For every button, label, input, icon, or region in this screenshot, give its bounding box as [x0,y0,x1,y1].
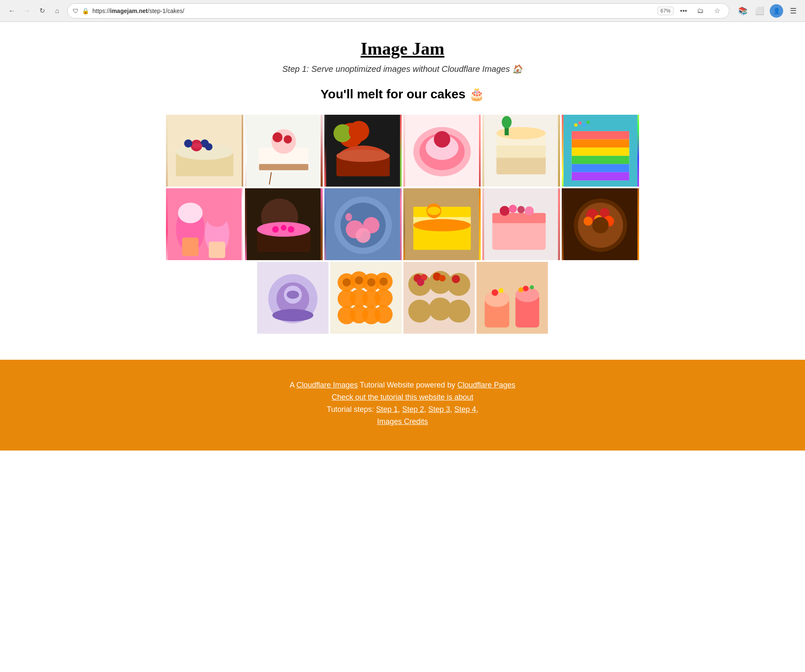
gallery-row-3 [165,261,640,335]
svg-point-33 [502,116,512,128]
svg-point-120 [447,300,471,323]
svg-point-42 [574,124,577,127]
step1-link[interactable]: Step 1 [376,405,398,414]
svg-point-7 [192,143,203,148]
list-item[interactable] [324,187,402,261]
svg-point-60 [288,226,295,233]
step2-link[interactable]: Step 2 [402,405,424,414]
comma3: , [450,405,454,414]
page-title: Image Jam [8,39,797,59]
svg-point-79 [509,205,517,213]
list-item[interactable] [481,114,560,187]
svg-rect-36 [571,131,629,140]
svg-point-72 [413,219,471,231]
image-gallery [165,114,640,335]
back-button[interactable]: ← [5,4,18,18]
svg-point-58 [272,226,279,233]
step3-link[interactable]: Step 3 [428,405,450,414]
list-item[interactable] [476,261,549,335]
svg-point-88 [584,216,592,225]
more-button[interactable]: ••• [677,4,690,18]
comma1: , [398,405,402,414]
svg-rect-40 [571,164,629,172]
svg-rect-37 [571,140,629,148]
svg-point-81 [525,206,534,215]
list-item[interactable] [256,261,329,335]
step4-link[interactable]: Step 4 [454,405,476,414]
svg-point-113 [379,277,388,286]
profile-button[interactable]: 👤 [770,4,783,18]
menu-button[interactable]: ☰ [787,4,800,18]
svg-point-74 [427,207,440,215]
svg-rect-76 [492,221,546,250]
footer: A Cloudflare Images Tutorial Website pow… [0,360,805,451]
svg-rect-71 [413,207,471,217]
library-button[interactable]: 📚 [736,4,750,18]
forward-button[interactable]: → [20,4,34,18]
cake-image-4 [403,115,481,187]
list-item[interactable] [402,261,476,335]
svg-point-80 [518,206,525,213]
cake-image-12 [562,188,639,260]
svg-rect-10 [259,164,308,170]
url-text: https://imagejam.net/step-1/cakes/ [92,8,654,14]
svg-point-118 [408,300,431,323]
svg-point-67 [345,213,352,221]
svg-rect-29 [497,143,546,158]
sidebar-button[interactable]: ⬜ [753,4,766,18]
list-item[interactable] [165,114,244,187]
list-item[interactable] [561,187,640,261]
zoom-badge[interactable]: 67% [658,7,673,15]
cake-image-5 [482,115,560,187]
cake-image-15 [403,262,475,334]
gallery-row-1 [165,114,640,187]
cake-image-11 [482,188,560,260]
images-credits-link[interactable]: Images Credits [377,417,428,426]
home-button[interactable]: ⌂ [50,4,64,18]
cloudflare-pages-link[interactable]: Cloudflare Pages [457,381,515,389]
list-item[interactable] [324,114,402,187]
list-item[interactable] [402,187,481,261]
list-item[interactable] [244,114,323,187]
address-bar[interactable]: 🛡 🔒 https://imagejam.net/step-1/cakes/ 6… [67,3,729,18]
list-item[interactable] [329,261,402,335]
cake-image-14 [330,262,402,334]
cake-image-2 [245,115,322,187]
list-item[interactable] [165,187,244,261]
page-content: Image Jam Step 1: Serve unoptimized imag… [0,22,805,335]
lock-icon: 🔒 [82,8,89,14]
list-item[interactable] [561,114,640,187]
svg-point-21 [336,150,389,162]
svg-point-78 [500,206,510,216]
toolbar-right: 📚 ⬜ 👤 ☰ [736,4,800,18]
cake-image-1 [166,115,243,187]
pocket-button[interactable]: 🗂 [694,4,707,18]
svg-point-112 [367,278,376,287]
nav-buttons: ← → ↻ ⌂ [5,4,64,18]
svg-point-50 [207,209,227,227]
list-item[interactable] [481,187,560,261]
svg-point-13 [284,135,292,144]
svg-point-134 [523,286,529,292]
footer-text-powered: Tutorial Website powered by [360,381,457,389]
cloudflare-images-link[interactable]: Cloudflare Images [297,381,358,389]
comma2: , [424,405,428,414]
svg-rect-77 [492,213,546,223]
footer-line-4: Images Credits [8,417,797,426]
list-item[interactable] [244,187,323,261]
svg-point-110 [342,278,351,287]
footer-line-2: Check out the tutorial this website is a… [8,393,797,402]
svg-point-136 [518,287,524,293]
checkout-tutorial-link[interactable]: Check out the tutorial this website is a… [331,393,473,401]
svg-rect-39 [571,156,629,164]
list-item[interactable] [402,114,481,187]
svg-point-17 [333,124,351,142]
reload-button[interactable]: ↻ [35,4,49,18]
svg-point-66 [355,228,370,243]
cake-image-6 [562,115,639,187]
page-heading: You'll melt for our cakes 🎂 [8,87,797,101]
shield-icon: 🛡 [73,8,79,14]
svg-point-94 [272,309,313,321]
footer-text-a: A [290,381,297,389]
bookmark-button[interactable]: ☆ [710,4,724,18]
